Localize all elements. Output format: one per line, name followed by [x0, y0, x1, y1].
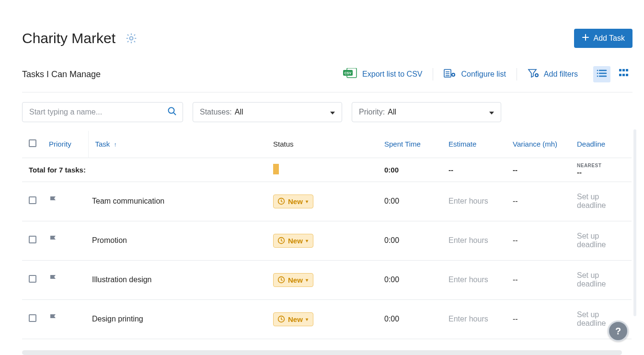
svg-line-23 [174, 113, 176, 115]
clock-icon [277, 276, 285, 284]
grid-view-button[interactable] [615, 66, 632, 82]
vertical-scrollbar[interactable] [633, 129, 636, 316]
estimate-input[interactable]: Enter hours [445, 299, 509, 339]
deadline-input[interactable]: Set up deadline [573, 260, 632, 299]
page-title: Charity Market [22, 30, 115, 46]
col-estimate[interactable]: Estimate [445, 131, 509, 158]
priority-flag-icon[interactable] [49, 238, 58, 246]
svg-rect-20 [622, 74, 625, 76]
priority-filter-label: Priority: [359, 108, 385, 116]
col-deadline[interactable]: Deadline [573, 131, 632, 158]
nearest-value: -- [577, 168, 582, 176]
help-button[interactable]: ? [608, 321, 629, 342]
svg-text:CSV: CSV [345, 71, 352, 75]
scope-label: Tasks I Can Manage [22, 69, 101, 80]
divider [433, 68, 433, 80]
row-checkbox[interactable] [29, 236, 36, 243]
sort-asc-icon: ↑ [114, 141, 117, 148]
task-name[interactable]: Illustration design [88, 260, 269, 299]
col-spent-time[interactable]: Spent Time [380, 131, 445, 158]
row-checkbox[interactable] [29, 314, 36, 322]
name-search[interactable] [22, 102, 183, 122]
status-pill-label: New [288, 315, 303, 323]
variance-value: -- [509, 182, 573, 221]
col-task[interactable]: Task ↑ [88, 131, 269, 158]
status-pill[interactable]: New▾ [273, 273, 313, 287]
row-checkbox[interactable] [29, 275, 36, 283]
totals-label: Total for 7 tasks: [22, 158, 269, 182]
svg-point-14 [597, 73, 598, 74]
svg-rect-21 [626, 74, 628, 76]
col-status[interactable]: Status [269, 131, 380, 158]
svg-rect-19 [619, 74, 621, 76]
svg-point-13 [597, 70, 598, 71]
status-pill[interactable]: New▾ [273, 195, 313, 208]
priority-filter[interactable]: Priority: All [352, 102, 501, 122]
plus-icon [582, 34, 589, 43]
task-name[interactable]: Design printing [88, 299, 269, 339]
variance-value: -- [509, 221, 573, 260]
status-pill[interactable]: New▾ [273, 234, 313, 248]
svg-point-0 [130, 37, 133, 40]
add-filters-button[interactable]: Add filters [519, 65, 586, 83]
chevron-down-icon [489, 108, 494, 116]
svg-rect-18 [626, 69, 628, 71]
svg-rect-16 [619, 69, 621, 71]
chevron-down-icon: ▾ [306, 199, 308, 204]
export-csv-label: Export list to CSV [362, 70, 422, 79]
variance-value: -- [509, 299, 573, 339]
table-row: PromotionNew▾0:00Enter hours--Set up dea… [22, 221, 632, 260]
add-filters-label: Add filters [544, 70, 578, 79]
deadline-input[interactable]: Set up deadline [573, 182, 632, 221]
table-row: Illustration designNew▾0:00Enter hours--… [22, 260, 632, 299]
spent-time: 0:00 [380, 299, 445, 339]
clock-icon [277, 197, 285, 205]
estimate-input[interactable]: Enter hours [445, 182, 509, 221]
horizontal-scrollbar[interactable] [22, 350, 622, 355]
estimate-input[interactable]: Enter hours [445, 260, 509, 299]
divider [517, 68, 517, 80]
row-checkbox[interactable] [29, 196, 36, 204]
estimate-input[interactable]: Enter hours [445, 221, 509, 260]
priority-flag-icon[interactable] [49, 316, 58, 324]
deadline-input[interactable]: Set up deadline [573, 221, 632, 260]
totals-spent: 0:00 [380, 158, 445, 182]
clock-icon [277, 315, 285, 323]
add-task-button[interactable]: Add Task [574, 29, 632, 48]
status-filter-label: Statuses: [200, 108, 232, 116]
col-task-label: Task [95, 140, 110, 148]
list-view-button[interactable] [593, 66, 610, 82]
gear-icon [125, 32, 138, 45]
search-icon[interactable] [167, 106, 177, 118]
totals-estimate: -- [445, 158, 509, 182]
configure-list-label: Configure list [461, 70, 506, 79]
svg-point-15 [597, 76, 598, 77]
add-task-label: Add Task [593, 34, 625, 43]
status-summary-bar [273, 164, 279, 174]
col-variance[interactable]: Variance (mh) [509, 131, 573, 158]
status-pill-label: New [288, 197, 303, 206]
status-filter-value: All [235, 108, 243, 116]
totals-row: Total for 7 tasks: 0:00 -- -- NEAREST -- [22, 158, 632, 182]
status-filter[interactable]: Statuses: All [193, 102, 342, 122]
task-name[interactable]: Team communication [88, 182, 269, 221]
configure-list-button[interactable]: Configure list [435, 65, 514, 83]
col-priority[interactable]: Priority [45, 131, 88, 158]
task-name[interactable]: Promotion [88, 221, 269, 260]
list-view-icon [597, 69, 607, 80]
export-csv-button[interactable]: CSV Export list to CSV [334, 65, 431, 83]
select-all-checkbox[interactable] [29, 139, 36, 147]
table-row: Team communicationNew▾0:00Enter hours--S… [22, 182, 632, 221]
clock-icon [277, 237, 285, 244]
variance-value: -- [509, 260, 573, 299]
chevron-down-icon: ▾ [306, 238, 308, 243]
status-pill[interactable]: New▾ [273, 312, 313, 326]
name-search-input[interactable] [23, 103, 183, 122]
chevron-down-icon: ▾ [306, 277, 308, 283]
priority-flag-icon[interactable] [49, 277, 58, 285]
table-row: Design printingNew▾0:00Enter hours--Set … [22, 299, 632, 339]
spent-time: 0:00 [380, 260, 445, 299]
svg-point-22 [169, 108, 174, 114]
priority-flag-icon[interactable] [49, 198, 58, 206]
csv-export-icon: CSV [343, 68, 357, 80]
